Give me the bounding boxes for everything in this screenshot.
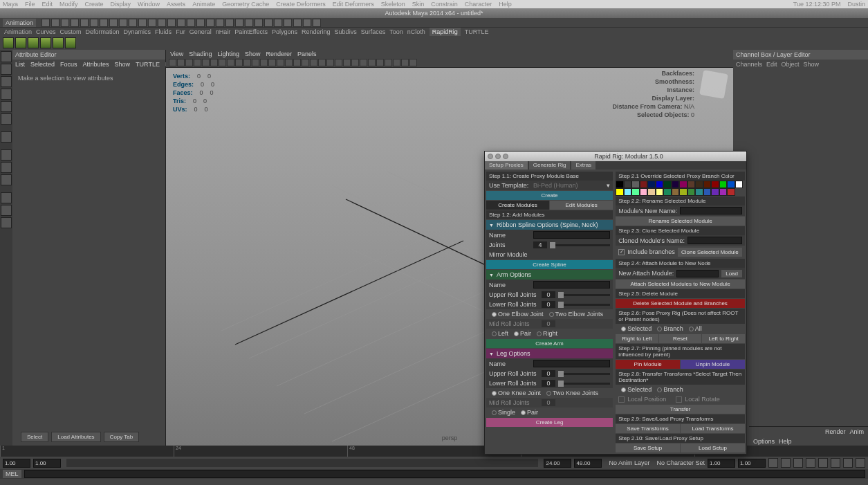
branch-radio[interactable]: Branch	[657, 325, 683, 332]
lower-roll-value[interactable]: 0	[542, 301, 555, 308]
color-swatch[interactable]	[624, 188, 632, 196]
shelf-icon[interactable]	[3, 37, 14, 48]
color-swatch[interactable]	[695, 181, 703, 188]
vp-icon[interactable]	[376, 59, 384, 66]
zoom-icon[interactable]	[503, 154, 508, 159]
tab-extras[interactable]: Extras	[571, 161, 595, 170]
status-icon[interactable]	[51, 19, 59, 27]
color-swatch[interactable]	[672, 188, 680, 196]
pair-radio[interactable]: Pair	[514, 330, 531, 337]
cmd-mode[interactable]: MEL	[3, 470, 21, 478]
shelf-tab[interactable]: Polygons	[272, 28, 297, 35]
current-frame-2[interactable]	[738, 459, 766, 468]
color-swatch[interactable]	[656, 181, 664, 188]
options-menu[interactable]: Options	[753, 438, 775, 445]
shelf-tab[interactable]: TURTLE	[465, 28, 489, 35]
shelf-tab[interactable]: Fluids	[155, 28, 172, 35]
spline-name-input[interactable]	[533, 231, 610, 239]
menu-create-deformers[interactable]: Create Deformers	[276, 1, 326, 8]
arm-name-input[interactable]	[533, 281, 610, 289]
vp-icon[interactable]	[293, 59, 301, 66]
status-icon[interactable]	[255, 19, 263, 27]
status-icon[interactable]	[293, 19, 302, 27]
select-button[interactable]: Select	[21, 432, 48, 442]
color-swatch[interactable]	[695, 188, 703, 196]
vp-icon[interactable]	[169, 59, 176, 66]
shelf-icon[interactable]	[53, 37, 64, 48]
color-swatch[interactable]	[687, 181, 696, 188]
range-end-outer[interactable]	[574, 459, 602, 468]
edit-modules-tab[interactable]: Edit Modules	[550, 201, 613, 210]
vp-icon[interactable]	[219, 59, 226, 66]
color-swatch[interactable]	[735, 181, 744, 188]
vp-icon[interactable]	[252, 59, 259, 66]
shelf-tab[interactable]: PaintEffects	[234, 28, 268, 35]
local-pos-check[interactable]	[618, 396, 625, 403]
layout-persp-icon[interactable]	[1, 174, 12, 185]
all-radio[interactable]: All	[689, 325, 702, 332]
local-rot-check[interactable]	[676, 396, 682, 403]
left-radio[interactable]: Left	[492, 330, 508, 337]
close-icon[interactable]	[488, 154, 493, 159]
vp-icon[interactable]	[393, 59, 400, 66]
vp-icon[interactable]	[351, 59, 359, 66]
shelf-icon[interactable]	[28, 37, 39, 48]
two-knee-radio[interactable]: Two Knee Joints	[546, 390, 598, 396]
pair-radio[interactable]: Pair	[521, 409, 538, 416]
new-name-input[interactable]	[680, 207, 742, 214]
shelf-tab[interactable]: Surfaces	[361, 28, 386, 35]
color-swatch[interactable]	[656, 188, 664, 196]
dropdown-icon[interactable]: ▾	[607, 182, 610, 189]
vp-panels[interactable]: Panels	[297, 51, 317, 57]
color-swatch[interactable]	[679, 181, 687, 188]
minimize-icon[interactable]	[495, 154, 501, 159]
status-icon[interactable]	[216, 19, 224, 27]
reset-button[interactable]: Reset	[659, 334, 702, 343]
shelf-icon[interactable]	[15, 37, 26, 48]
color-swatch[interactable]	[719, 181, 728, 188]
attr-menu-turtle[interactable]: TURTLE	[136, 61, 160, 68]
shelf-tab[interactable]: Fur	[176, 28, 185, 35]
selected-radio2[interactable]: Selected	[621, 386, 652, 393]
shelf-tab[interactable]: Toon	[389, 28, 403, 35]
status-icon[interactable]	[90, 19, 98, 27]
pin-button[interactable]: Pin Module	[616, 360, 680, 369]
status-icon[interactable]	[245, 19, 253, 27]
vp-icon[interactable]	[277, 59, 284, 66]
vp-icon[interactable]	[285, 59, 293, 66]
color-swatch[interactable]	[616, 188, 624, 196]
step-fwd-icon[interactable]	[843, 458, 853, 468]
step-back-icon[interactable]	[781, 458, 791, 468]
color-swatch[interactable]	[727, 181, 735, 188]
vp-view[interactable]: View	[170, 51, 183, 57]
vp-icon[interactable]	[227, 59, 234, 66]
right-to-left-button[interactable]: Right to Left	[616, 334, 658, 343]
color-swatch[interactable]	[624, 181, 632, 188]
menu-skin[interactable]: Skin	[412, 1, 425, 8]
vp-lighting[interactable]: Lighting	[217, 51, 239, 57]
branch-radio2[interactable]: Branch	[657, 386, 683, 393]
left-to-right-button[interactable]: Left to Right	[702, 334, 745, 343]
status-icon[interactable]	[274, 19, 282, 27]
save-setup-button[interactable]: Save Setup	[616, 443, 680, 452]
vp-icon[interactable]	[260, 59, 268, 66]
shelf-tab[interactable]: Dynamics	[124, 28, 151, 35]
clone-button[interactable]: Clone Selected Module	[678, 248, 742, 257]
chbox-show[interactable]: Show	[804, 61, 820, 68]
create-button[interactable]: Create	[486, 191, 613, 200]
color-swatch[interactable]	[711, 181, 719, 188]
load-button[interactable]: Load	[721, 270, 742, 277]
status-icon[interactable]	[196, 19, 205, 27]
scale-tool-icon[interactable]	[1, 113, 12, 125]
new-attach-input[interactable]	[676, 270, 719, 277]
layout-single-icon[interactable]	[1, 149, 12, 161]
color-swatch[interactable]	[631, 188, 640, 196]
vp-show[interactable]: Show	[245, 51, 261, 57]
joints-slider[interactable]	[550, 244, 610, 246]
selected-radio[interactable]: Selected	[621, 325, 652, 332]
menu-character[interactable]: Character	[465, 1, 492, 8]
vp-icon[interactable]	[185, 59, 193, 66]
prev-key-icon[interactable]	[793, 458, 803, 468]
menu-skeleton[interactable]: Skeleton	[381, 1, 405, 8]
leg-section[interactable]: ▼Leg Options	[486, 349, 613, 358]
